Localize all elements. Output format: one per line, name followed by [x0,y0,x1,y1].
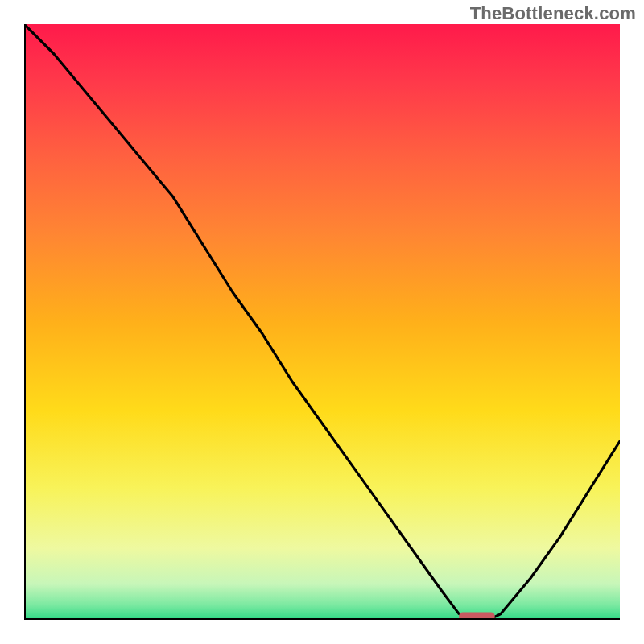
chart-frame: TheBottleneck.com [0,0,644,644]
gradient-background [24,24,620,620]
watermark-text: TheBottleneck.com [470,3,636,24]
plot-area [24,24,620,620]
bottleneck-chart-svg [24,24,620,620]
